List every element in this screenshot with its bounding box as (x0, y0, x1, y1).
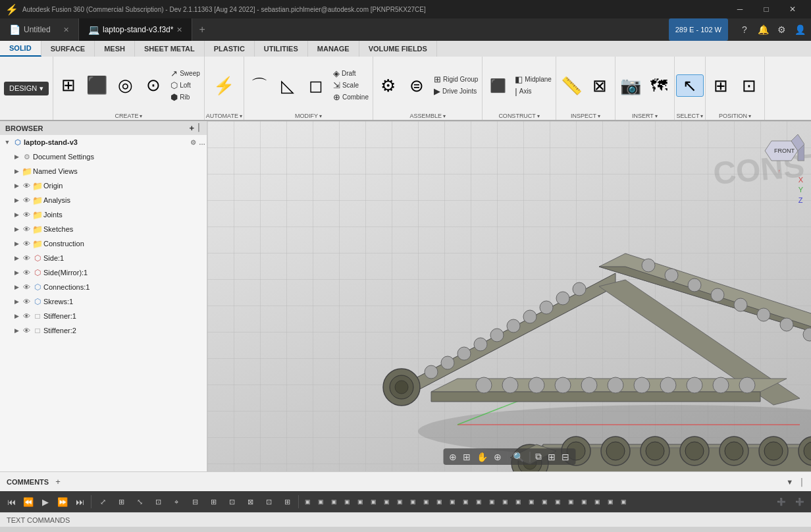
viewport[interactable]: CONSTRUCT - FRONT ↑ X Y Z (207, 121, 811, 471)
nav-zoom-fit-button[interactable]: 🔍 (511, 451, 526, 463)
timeline-feature-14[interactable]: ▣ (473, 493, 484, 510)
ribbon-tab-plastic[interactable]: PLASTIC (205, 41, 255, 57)
browser-item-side-mirror[interactable]: ▶ 👁 ⬡ Side(Mirror):1 (0, 265, 207, 280)
timeline-feature-19[interactable]: ▣ (538, 493, 550, 510)
tab-untitled[interactable]: 📄 Untitled ✕ (0, 18, 79, 41)
nav-pan-button[interactable]: ⊞ (461, 451, 473, 463)
browser-item-connections[interactable]: ▶ 👁 ⬡ Connections:1 (0, 280, 207, 294)
timeline-zoom-in[interactable]: ➕ (791, 493, 808, 510)
revolve-button[interactable]: ◎ (111, 74, 139, 97)
timeline-feature-20[interactable]: ▣ (552, 493, 563, 510)
draft-button[interactable]: ◈Draft (330, 68, 371, 79)
viewcube[interactable]: FRONT ↑ (758, 128, 804, 174)
chamfer-button[interactable]: ◺ (274, 75, 301, 96)
comments-expand-button[interactable]: │ (800, 478, 804, 486)
axis-button[interactable]: |Axis (512, 86, 554, 97)
sweep-button[interactable]: ↗Sweep (168, 68, 203, 79)
construct-dropdown-arrow[interactable]: ▾ (537, 113, 540, 119)
browser-item-origin[interactable]: ▶ 👁 📁 Origin (0, 178, 207, 193)
nav-zoom-button[interactable]: ⊕ (492, 451, 504, 463)
timeline-last-button[interactable]: ⏭ (71, 493, 88, 510)
browser-item-root[interactable]: ▼ ⬡ laptop-stand-v3 ⚙ … (0, 135, 207, 149)
maximize-button[interactable]: □ (753, 0, 779, 18)
timeline-feature-4[interactable]: ▣ (341, 493, 353, 510)
offset-plane-button[interactable]: ⬛ (484, 77, 511, 94)
timeline-feature-21[interactable]: ▣ (565, 493, 577, 510)
analysis-eye[interactable]: 👁 (21, 195, 32, 205)
timeline-tool-7[interactable]: ⊞ (205, 493, 222, 510)
measure-button[interactable]: 📏 (558, 75, 585, 96)
extrude-button[interactable]: ⬛ (83, 74, 111, 97)
timeline-feature-25[interactable]: ▣ (617, 493, 629, 510)
timeline-tool-10[interactable]: ⊡ (260, 493, 277, 510)
help-icon[interactable]: ? (737, 22, 752, 37)
scale-button[interactable]: ⇲Scale (330, 80, 371, 91)
browser-item-named-views[interactable]: ▶ 📁 Named Views (0, 164, 207, 178)
position-dropdown-arrow[interactable]: ▾ (748, 113, 751, 119)
ribbon-tab-volume-fields[interactable]: VOLUME FIELDS (359, 41, 437, 57)
timeline-tool-4[interactable]: ⊡ (149, 493, 167, 510)
inspect-dropdown-arrow[interactable]: ▾ (598, 113, 600, 119)
timeline-tool-8[interactable]: ⊡ (223, 493, 240, 510)
ribbon-tab-utilities[interactable]: UTILITIES (255, 41, 308, 57)
timeline-first-button[interactable]: ⏮ (3, 493, 20, 510)
interference-button[interactable]: ⊠ (586, 75, 614, 96)
modify-dropdown-arrow[interactable]: ▾ (319, 113, 322, 119)
ribbon-tab-solid[interactable]: SOLID (0, 41, 41, 57)
comments-collapse-button[interactable]: ▼ (786, 478, 793, 486)
timeline-prev-button[interactable]: ⏪ (20, 493, 37, 510)
browser-add-button[interactable]: + (190, 123, 195, 133)
automate-button[interactable]: ⚡ (210, 75, 238, 96)
timeline-tool-1[interactable]: ⤢ (94, 493, 111, 510)
timeline-tool-3[interactable]: ⤡ (131, 493, 148, 510)
browser-item-stiffener1[interactable]: ▶ 👁 □ Stiffener:1 (0, 309, 207, 323)
combine-button[interactable]: ⊕Combine (330, 92, 371, 103)
skrews-eye[interactable]: 👁 (21, 296, 32, 307)
tab-add-button[interactable]: + (192, 18, 211, 41)
ribbon-tab-manage[interactable]: MANAGE (308, 41, 359, 57)
timeline-feature-18[interactable]: ▣ (525, 493, 537, 510)
connections-eye[interactable]: 👁 (21, 282, 32, 292)
ribbon-tab-surface[interactable]: SURFACE (41, 41, 95, 57)
ribbon-tab-sheet-metal[interactable]: SHEET METAL (135, 41, 205, 57)
timeline-feature-5[interactable]: ▣ (354, 493, 366, 510)
timeline-feature-24[interactable]: ▣ (604, 493, 616, 510)
browser-item-construction[interactable]: ▶ 👁 📁 Construction (0, 236, 207, 251)
origin-eye[interactable]: 👁 (21, 180, 32, 191)
timeline-feature-15[interactable]: ▣ (486, 493, 498, 510)
notification-icon[interactable]: 🔔 (756, 22, 770, 37)
select-button[interactable]: ↖ (676, 74, 704, 97)
side1-eye[interactable]: 👁 (21, 253, 32, 263)
ribbon-tab-mesh[interactable]: MESH (95, 41, 135, 57)
browser-item-doc-settings[interactable]: ▶ ⚙ Document Settings (0, 149, 207, 164)
timeline-tool-9[interactable]: ⊠ (242, 493, 259, 510)
align-button[interactable]: ⊞ (707, 75, 735, 96)
browser-item-side1[interactable]: ▶ 👁 ⬡ Side:1 (0, 251, 207, 265)
nav-home-button[interactable]: ⊕ (447, 451, 459, 463)
nav-orbit-button[interactable]: ✋ (475, 451, 490, 463)
timeline-feature-23[interactable]: ▣ (591, 493, 603, 510)
user-icon[interactable]: 👤 (793, 22, 807, 37)
insert-derive-button[interactable]: 📷 (617, 75, 644, 96)
nav-grid-button[interactable]: ⊞ (546, 451, 558, 463)
timeline-play-button[interactable]: ▶ (37, 493, 54, 510)
timeline-feature-3[interactable]: ▣ (328, 493, 340, 510)
root-gear[interactable]: ⚙ (188, 139, 197, 146)
stiffener1-eye[interactable]: 👁 (21, 311, 32, 321)
drive-joints-button[interactable]: ▶Drive Joints (431, 86, 481, 97)
timeline-feature-13[interactable]: ▣ (459, 493, 471, 510)
insert-dropdown-arrow[interactable]: ▾ (655, 113, 658, 119)
timeline-tool-2[interactable]: ⊞ (113, 493, 130, 510)
timeline-feature-6[interactable]: ▣ (367, 493, 379, 510)
timeline-feature-9[interactable]: ▣ (407, 493, 419, 510)
viewport-canvas[interactable]: CONSTRUCT - FRONT ↑ X Y Z (207, 121, 811, 471)
timeline-feature-8[interactable]: ▣ (394, 493, 406, 510)
browser-item-analysis[interactable]: ▶ 👁 📁 Analysis (0, 193, 207, 207)
timeline-feature-7[interactable]: ▣ (380, 493, 392, 510)
joints-eye[interactable]: 👁 (21, 209, 32, 220)
browser-item-sketches[interactable]: ▶ 👁 📁 Sketches (0, 222, 207, 236)
midplane-button[interactable]: ◧Midplane (512, 74, 554, 85)
minimize-button[interactable]: ─ (727, 0, 753, 18)
browser-collapse-button[interactable]: │ (197, 123, 201, 133)
loft-button[interactable]: ⬡Loft (168, 80, 203, 91)
